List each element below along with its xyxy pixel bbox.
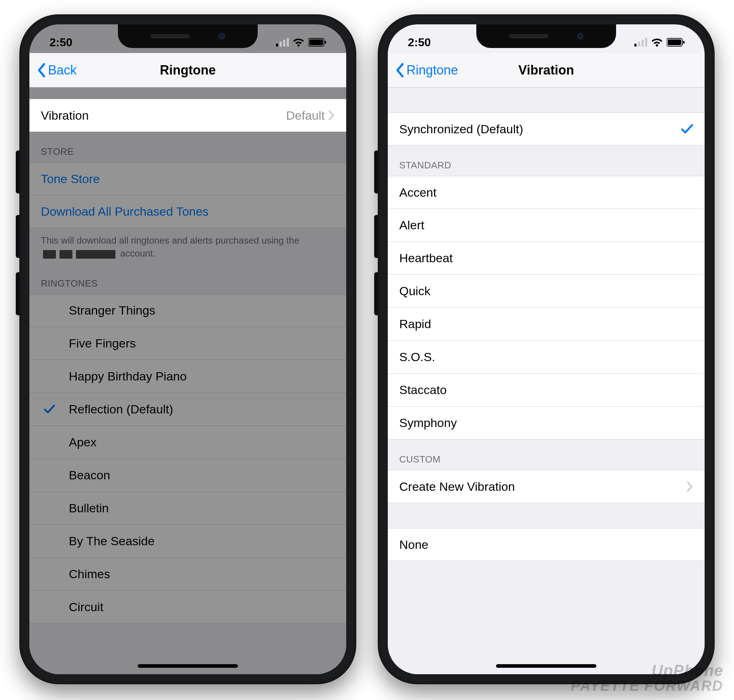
vibration-row[interactable]: S.O.S. [388,341,705,374]
svg-rect-12 [668,40,681,45]
checkmark-icon [44,404,55,414]
ringtone-label: Five Fingers [69,337,136,350]
vibration-row[interactable]: Quick [388,275,705,308]
chevron-left-icon [395,63,405,77]
svg-rect-8 [638,41,640,47]
ringtone-label: Reflection (Default) [69,402,173,416]
ringtone-label: Circuit [69,600,103,614]
store-footer: This will download all ringtones and ale… [29,228,346,264]
wifi-icon [292,38,305,47]
content-left[interactable]: Vibration Default STORE Tone Store Downl… [29,87,346,674]
svg-rect-1 [280,41,282,47]
custom-header: CUSTOM [388,440,705,470]
back-label: Back [48,63,77,78]
ringtone-label: Beacon [69,468,110,482]
standard-list: AccentAlertHeartbeatQuickRapidS.O.S.Stac… [388,176,705,440]
nav-bar: Ringtone Vibration [388,53,705,87]
vibration-row[interactable]: Rapid [388,308,705,341]
status-right [276,38,326,47]
vibration-none-label: None [399,538,428,552]
ringtone-row[interactable]: Reflection (Default) [29,393,346,426]
ringtone-row[interactable]: Five Fingers [29,327,346,360]
svg-rect-13 [683,41,685,44]
ringtone-row[interactable]: Apex [29,426,346,459]
vibration-row[interactable]: Vibration Default [29,99,346,132]
vibration-value: Default [286,109,325,122]
status-time: 2:50 [49,36,72,49]
vibration-none-row[interactable]: None [388,528,705,561]
ringtone-label: Chimes [69,567,110,581]
ringtone-label: Happy Birthday Piano [69,369,187,383]
vibration-label: Rapid [399,317,431,331]
vibration-row[interactable]: Symphony [388,407,705,440]
home-indicator[interactable] [496,664,596,668]
ringtone-label: Apex [69,435,97,449]
vibration-default-row[interactable]: Synchronized (Default) [388,112,705,146]
ringtone-list: Stranger ThingsFive FingersHappy Birthda… [29,294,346,624]
notch [118,24,258,48]
ringtone-label: By The Seaside [69,534,155,548]
svg-rect-3 [287,38,289,47]
battery-icon [667,38,685,47]
checkmark-icon [681,124,693,134]
svg-rect-9 [641,40,644,47]
vibration-default-label: Synchronized (Default) [399,122,523,136]
ringtone-row[interactable]: Beacon [29,459,346,492]
create-vibration-label: Create New Vibration [399,480,515,494]
screen-left: 2:50 Back Ringtone Vibration [29,24,346,674]
content-right[interactable]: Synchronized (Default) STANDARD AccentAl… [388,87,705,674]
svg-rect-0 [276,44,278,47]
status-right [634,38,685,47]
vibration-row[interactable]: Heartbeat [388,242,705,275]
svg-rect-5 [309,40,323,45]
ringtone-row[interactable]: By The Seaside [29,525,346,558]
status-time: 2:50 [408,36,431,49]
back-button[interactable]: Back [37,63,77,78]
page-title: Vibration [518,63,574,78]
ringtone-label: Bulletin [69,501,109,515]
svg-rect-10 [645,38,647,47]
vibration-label: Quick [399,284,430,298]
vibration-label: Heartbeat [399,251,452,265]
battery-icon [308,38,326,47]
back-label: Ringtone [407,63,458,78]
ringtone-row[interactable]: Happy Birthday Piano [29,360,346,393]
home-indicator[interactable] [138,664,238,668]
redacted-account [43,250,115,259]
ringtone-row[interactable]: Stranger Things [29,294,346,327]
vibration-label: Staccato [399,383,447,397]
vibration-label: S.O.S. [399,350,435,364]
vibration-row[interactable]: Staccato [388,374,705,407]
cellular-icon [276,38,289,47]
vibration-label: Vibration [41,109,89,122]
phone-left: 2:50 Back Ringtone Vibration [19,14,356,684]
vibration-row[interactable]: Accent [388,176,705,209]
ringtone-row[interactable]: Bulletin [29,492,346,525]
cellular-icon [634,38,647,47]
ringtone-row[interactable]: Chimes [29,558,346,591]
svg-rect-2 [283,40,285,47]
phone-right: 2:50 Ringtone Vibration Synchronized (De… [378,14,715,684]
nav-bar: Back Ringtone [29,53,346,87]
tone-store-link[interactable]: Tone Store [29,162,346,195]
ringtone-label: Stranger Things [69,303,155,318]
create-vibration-row[interactable]: Create New Vibration [388,470,705,503]
ringtone-row[interactable]: Circuit [29,591,346,624]
vibration-label: Accent [399,185,436,200]
chevron-right-icon [328,110,335,121]
download-all-link[interactable]: Download All Purchased Tones [29,195,346,228]
chevron-left-icon [37,63,47,77]
vibration-row[interactable]: Alert [388,209,705,242]
vibration-label: Alert [399,218,424,232]
back-button[interactable]: Ringtone [395,63,458,78]
standard-header: STANDARD [388,146,705,176]
notch [476,24,616,48]
svg-rect-6 [325,41,326,44]
page-title: Ringtone [160,63,216,78]
screen-right: 2:50 Ringtone Vibration Synchronized (De… [388,24,705,674]
vibration-label: Symphony [399,416,457,430]
svg-rect-7 [634,44,637,47]
wifi-icon [651,38,663,47]
chevron-right-icon [687,481,693,492]
